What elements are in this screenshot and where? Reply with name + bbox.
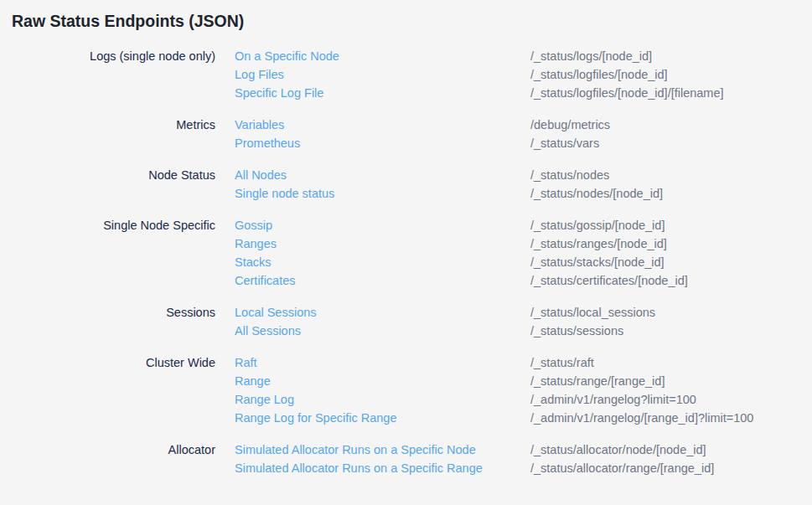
section-allocator: Allocator Simulated Allocator Runs on a …: [12, 441, 800, 477]
endpoint-path: /_status/range/[range_id]: [530, 372, 800, 390]
endpoint-path: /_status/certificates/[node_id]: [530, 271, 800, 290]
debug-endpoints-page: Raw Status Endpoints (JSON) Logs (single…: [0, 0, 812, 477]
endpoint-path: /_status/vars: [530, 134, 800, 152]
endpoint-link[interactable]: Gossip: [235, 216, 511, 234]
section-single-node-specific: Single Node Specific Gossip Ranges Stack…: [12, 216, 800, 290]
endpoint-path: /_admin/v1/rangelog?limit=100: [530, 390, 800, 409]
endpoint-path: /_status/sessions: [530, 322, 800, 340]
endpoint-table: Logs (single node only) On a Specific No…: [12, 47, 800, 477]
endpoint-path: /_status/logs/[node_id]: [530, 47, 800, 65]
section-cluster-wide: Cluster Wide Raft Range Range Log Range …: [12, 353, 800, 427]
endpoint-link[interactable]: Single node status: [235, 184, 511, 203]
endpoint-path: /_status/stacks/[node_id]: [530, 253, 800, 271]
endpoint-link[interactable]: Certificates: [235, 271, 511, 290]
section-paths: /_status/allocator/node/[node_id] /_stat…: [530, 441, 800, 477]
endpoint-path: /_status/logfiles/[node_id]/[filename]: [530, 84, 800, 102]
section-label: Node Status: [12, 166, 215, 203]
endpoint-path: /debug/metrics: [530, 116, 800, 134]
endpoint-path: /_status/allocator/node/[node_id]: [530, 441, 800, 459]
section-links: Simulated Allocator Runs on a Specific N…: [235, 441, 511, 477]
section-label: Logs (single node only): [12, 47, 215, 102]
section-paths: /debug/metrics /_status/vars: [530, 116, 800, 152]
section-paths: /_status/raft /_status/range/[range_id] …: [530, 353, 800, 427]
endpoint-path: /_status/local_sessions: [530, 303, 800, 322]
page-title: Raw Status Endpoints (JSON): [12, 10, 800, 32]
section-label: Metrics: [12, 116, 215, 152]
endpoint-link[interactable]: Specific Log File: [235, 84, 511, 102]
section-sessions: Sessions Local Sessions All Sessions /_s…: [12, 303, 800, 340]
section-links: Local Sessions All Sessions: [235, 303, 511, 340]
endpoint-link[interactable]: Raft: [235, 353, 511, 372]
section-label: Single Node Specific: [12, 216, 215, 290]
section-label: Allocator: [12, 441, 215, 477]
section-links: All Nodes Single node status: [235, 166, 511, 203]
endpoint-path: /_status/gossip/[node_id]: [530, 216, 800, 234]
endpoint-path: /_status/nodes: [530, 166, 800, 184]
endpoint-path: /_status/nodes/[node_id]: [530, 184, 800, 203]
section-links: On a Specific Node Log Files Specific Lo…: [235, 47, 511, 102]
endpoint-link[interactable]: Simulated Allocator Runs on a Specific R…: [235, 459, 511, 477]
endpoint-link[interactable]: Range: [235, 372, 511, 390]
section-paths: /_status/nodes /_status/nodes/[node_id]: [530, 166, 800, 203]
section-paths: /_status/logs/[node_id] /_status/logfile…: [530, 47, 800, 102]
section-paths: /_status/local_sessions /_status/session…: [530, 303, 800, 340]
endpoint-link[interactable]: Log Files: [235, 65, 511, 84]
endpoint-path: /_status/allocator/range/[range_id]: [530, 459, 800, 477]
endpoint-link[interactable]: Simulated Allocator Runs on a Specific N…: [235, 441, 511, 459]
endpoint-link[interactable]: On a Specific Node: [235, 47, 511, 65]
section-metrics: Metrics Variables Prometheus /debug/metr…: [12, 116, 800, 152]
endpoint-path: /_status/logfiles/[node_id]: [530, 65, 800, 84]
endpoint-path: /_status/raft: [530, 353, 800, 372]
section-links: Gossip Ranges Stacks Certificates: [235, 216, 511, 290]
endpoint-link[interactable]: Range Log for Specific Range: [235, 409, 511, 427]
section-label: Cluster Wide: [12, 353, 215, 427]
section-node-status: Node Status All Nodes Single node status…: [12, 166, 800, 203]
section-links: Raft Range Range Log Range Log for Speci…: [235, 353, 511, 427]
endpoint-link[interactable]: Local Sessions: [235, 303, 511, 322]
section-logs: Logs (single node only) On a Specific No…: [12, 47, 800, 102]
endpoint-link[interactable]: Stacks: [235, 253, 511, 271]
section-paths: /_status/gossip/[node_id] /_status/range…: [530, 216, 800, 290]
endpoint-link[interactable]: Ranges: [235, 234, 511, 253]
endpoint-link[interactable]: Variables: [235, 116, 511, 134]
endpoint-path: /_admin/v1/rangelog/[range_id]?limit=100: [530, 409, 800, 427]
section-label: Sessions: [12, 303, 215, 340]
endpoint-link[interactable]: Range Log: [235, 390, 511, 409]
endpoint-link[interactable]: All Nodes: [235, 166, 511, 184]
section-links: Variables Prometheus: [235, 116, 511, 152]
endpoint-link[interactable]: All Sessions: [235, 322, 511, 340]
endpoint-path: /_status/ranges/[node_id]: [530, 234, 800, 253]
endpoint-link[interactable]: Prometheus: [235, 134, 511, 152]
